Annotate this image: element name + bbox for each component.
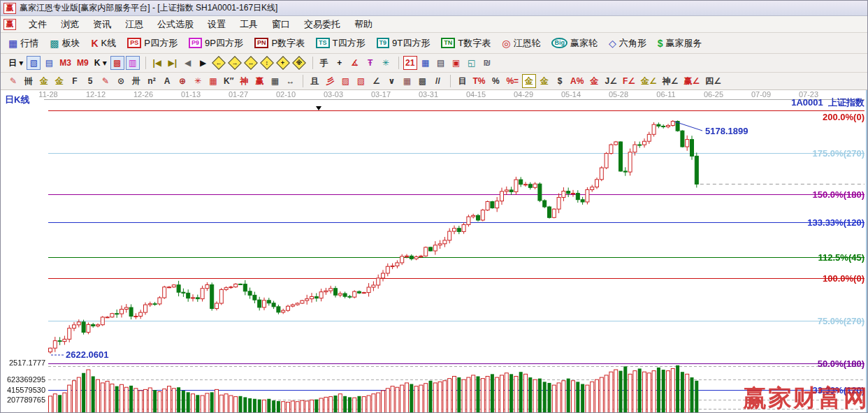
gold-underline-icon[interactable]: 金 xyxy=(587,74,601,88)
toolbar-button-winner-service[interactable]: $赢家服务 xyxy=(656,36,704,51)
zoom-horizontal-icon[interactable]: ↔ xyxy=(244,56,258,70)
gold-circle-icon[interactable]: 金 xyxy=(522,74,536,88)
gann-man-tool-icon[interactable]: Ŧ xyxy=(363,56,377,70)
menu-item-6[interactable]: 工具 xyxy=(233,16,265,33)
expand-all-icon[interactable]: + xyxy=(276,56,290,70)
candle-style-dropdown-icon[interactable]: K ▾ xyxy=(92,56,109,70)
next-bar-icon[interactable]: ▶ xyxy=(196,56,210,70)
menu-item-1[interactable]: 浏览 xyxy=(54,16,86,33)
info-panel-icon[interactable]: ▤ xyxy=(42,56,56,70)
shen-angle-icon[interactable]: 神∠ xyxy=(660,74,681,88)
gold-lines-icon[interactable]: 金 xyxy=(537,74,551,88)
gold-angle-icon[interactable]: 金∠ xyxy=(639,74,659,88)
toolbar-button-t-digit-table[interactable]: TNT数字表 xyxy=(439,36,493,51)
v-lines-icon[interactable]: ∨ xyxy=(384,74,398,88)
percent-icon[interactable]: % xyxy=(489,74,502,88)
t-digit-table-label: T数字表 xyxy=(458,37,491,50)
ma-9-icon[interactable]: M9 xyxy=(75,56,91,70)
angle-lines-icon[interactable]: ∠ xyxy=(369,74,383,88)
toolbar-button-winner-wheel[interactable]: Big赢家轮 xyxy=(549,36,600,51)
9t-square-label: 9T四方形 xyxy=(392,37,430,50)
menu-item-0[interactable]: 文件 xyxy=(22,16,54,33)
toolbar-button-sectors[interactable]: ▩板块 xyxy=(48,36,82,51)
prev-bar-icon[interactable]: ◀ xyxy=(181,56,195,70)
menu-item-7[interactable]: 窗口 xyxy=(265,16,297,33)
toolbar-button-quotes[interactable]: ▦行情 xyxy=(6,36,41,51)
toolbar-button-kline[interactable]: KK线 xyxy=(89,36,118,51)
spiral-5-icon[interactable]: 5 xyxy=(83,74,97,88)
toolbar-button-gann-wheel[interactable]: ◎江恩轮 xyxy=(500,36,542,51)
grid-123-icon[interactable]: ▦ xyxy=(268,74,282,88)
pan-select-mode-icon[interactable]: ▧ xyxy=(27,56,41,70)
ying-angle-icon[interactable]: 赢∠ xyxy=(682,74,702,88)
p-square-icon: PS xyxy=(127,38,141,48)
toolbar-button-9t-square[interactable]: T99T四方形 xyxy=(375,36,433,51)
gold-grid-2-icon[interactable]: 金 xyxy=(52,74,66,88)
menu-item-2[interactable]: 资讯 xyxy=(86,16,118,33)
gann-fan-icon[interactable]: 彡 xyxy=(323,74,337,88)
menu-item-8[interactable]: 交易委托 xyxy=(297,16,347,33)
calendar-icon[interactable]: 21 xyxy=(403,56,417,70)
box-fan-1-icon[interactable]: ▨ xyxy=(338,74,352,88)
fit-all-icon[interactable]: ※ xyxy=(292,56,306,70)
parallel-lines-icon[interactable]: // xyxy=(431,74,444,88)
menu-item-3[interactable]: 江恩 xyxy=(118,16,150,33)
f-grid-icon[interactable]: F xyxy=(68,74,82,88)
box-fan-2-icon[interactable]: ▧ xyxy=(354,74,368,88)
plain-grid-icon[interactable]: 卅 xyxy=(129,74,143,88)
first-bar-icon[interactable]: |◀ xyxy=(150,56,164,70)
move-right-icon[interactable]: → xyxy=(228,56,242,70)
time-cycle-clock-icon[interactable]: ⊙ xyxy=(114,74,128,88)
smart-analyse-tool-icon[interactable]: ✳ xyxy=(379,56,393,70)
dollar-pen-icon[interactable]: $ xyxy=(553,74,567,88)
calculator-icon[interactable]: ▦ xyxy=(419,56,433,70)
width-measure-icon[interactable]: ↔ xyxy=(283,74,297,88)
kline-chart-canvas[interactable] xyxy=(1,90,868,413)
menu-item-9[interactable]: 帮助 xyxy=(347,16,379,33)
a-mirror-icon[interactable]: A xyxy=(160,74,174,88)
menu-item-4[interactable]: 公式选股 xyxy=(150,16,201,33)
hand-tool-icon[interactable]: 手 xyxy=(317,56,331,70)
toolbar-button-p-digit-table[interactable]: PNP数字表 xyxy=(252,36,307,51)
pattern-box-icon[interactable]: ▩ xyxy=(110,56,124,70)
percent-table-icon[interactable]: 目 xyxy=(455,74,469,88)
compass-circle-icon[interactable]: ⊕ xyxy=(175,74,189,88)
volume-style-icon[interactable]: ▥ xyxy=(126,56,140,70)
toolbar-button-t-square[interactable]: TST四方形 xyxy=(314,36,367,51)
toolbar-button-hexagon[interactable]: ◇六角形 xyxy=(607,36,649,51)
k-quote-icon[interactable]: K″ xyxy=(222,74,236,88)
shen-tool-icon[interactable]: 神 xyxy=(237,74,251,88)
save-icon[interactable]: ▣ xyxy=(449,56,463,70)
star-circle-icon[interactable]: ✳ xyxy=(191,74,205,88)
ying-tool-icon[interactable]: 赢 xyxy=(252,74,266,88)
gong-tool-icon[interactable]: 且 xyxy=(308,74,321,88)
gann-grid-1-icon[interactable]: 卌 xyxy=(22,74,36,88)
red-grid-box-icon[interactable]: ▦ xyxy=(206,74,220,88)
crosshair-tool-icon[interactable]: + xyxy=(333,56,347,70)
last-bar-icon[interactable]: ▶| xyxy=(166,56,180,70)
grid-box-3-icon[interactable]: ▩ xyxy=(415,74,429,88)
n-square-icon[interactable]: n² xyxy=(145,74,159,88)
9p-square-icon: P9 xyxy=(189,38,202,48)
move-left-icon[interactable]: ← xyxy=(212,56,226,70)
draw-pen-icon[interactable]: ✎ xyxy=(6,74,20,88)
angle-measure-tool-icon[interactable]: ∡ xyxy=(348,56,362,70)
percent-lines-icon[interactable]: %= xyxy=(504,74,521,88)
menu-item-5[interactable]: 设置 xyxy=(201,16,233,33)
period-day-dropdown-icon[interactable]: 日 ▾ xyxy=(6,56,25,70)
grid-box-2-icon[interactable]: ▦ xyxy=(400,74,414,88)
print-icon[interactable]: ₪ xyxy=(480,56,494,70)
notes-icon[interactable]: ▤ xyxy=(434,56,448,70)
f-angle-icon[interactable]: F∠ xyxy=(621,74,637,88)
flag-pen-icon[interactable]: ✎ xyxy=(99,74,113,88)
zoom-vertical-icon[interactable]: ↕ xyxy=(260,56,274,70)
toolbar-button-p-square[interactable]: PSP四方形 xyxy=(125,36,180,51)
toolbar-button-9p-square[interactable]: P99P四方形 xyxy=(187,36,245,51)
t-percent-icon[interactable]: T% xyxy=(470,74,487,88)
gold-grid-1-icon[interactable]: 金 xyxy=(37,74,51,88)
j-angle-icon[interactable]: J∠ xyxy=(602,74,619,88)
si-angle-icon[interactable]: 四∠ xyxy=(703,74,723,88)
a-percent-icon[interactable]: A% xyxy=(568,74,586,88)
ma-3-icon[interactable]: M3 xyxy=(57,56,73,70)
network-pc-icon[interactable]: ◱ xyxy=(465,56,479,70)
